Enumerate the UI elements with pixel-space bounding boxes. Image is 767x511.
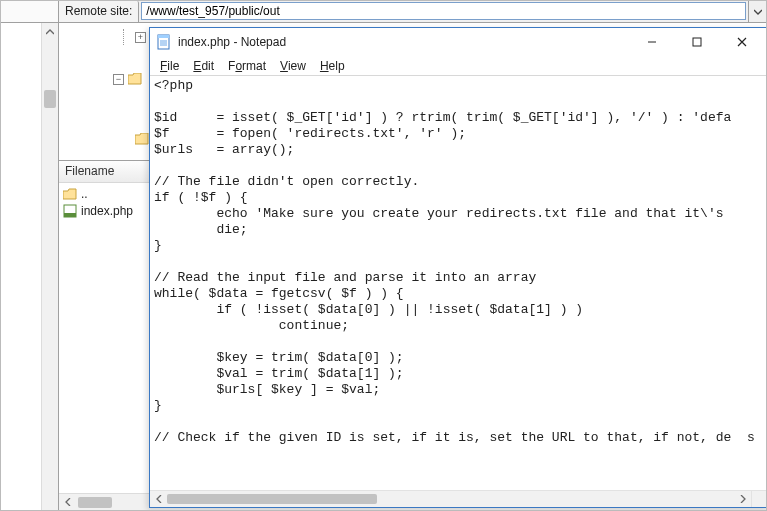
menu-view[interactable]: View: [274, 57, 312, 75]
svg-rect-3: [158, 35, 169, 38]
file-name: ..: [81, 187, 88, 201]
code-line: $urls = array();: [154, 142, 764, 158]
scroll-left-arrow-icon[interactable]: [150, 491, 167, 508]
notepad-menubar: File Edit Format View Help: [150, 56, 767, 76]
svg-rect-1: [64, 213, 76, 217]
svg-rect-8: [693, 38, 701, 46]
menu-format[interactable]: Format: [222, 57, 272, 75]
chevron-down-icon: [754, 8, 762, 16]
scroll-right-arrow-icon[interactable]: [734, 491, 751, 508]
window-maximize-button[interactable]: [674, 31, 719, 53]
remote-path-dropdown-button[interactable]: [748, 1, 766, 22]
remote-site-label: Remote site:: [59, 1, 139, 22]
code-line: echo 'Make sure you create your redirect…: [154, 206, 764, 222]
file-name: index.php: [81, 204, 133, 218]
maximize-icon: [692, 37, 702, 47]
folder-up-icon: [63, 188, 77, 200]
top-left-gutter: [1, 1, 59, 22]
remote-path-wrap: [141, 2, 746, 21]
code-line: <?php: [154, 78, 764, 94]
code-line: $id = isset( $_GET['id'] ) ? rtrim( trim…: [154, 110, 764, 126]
scrollbar-track[interactable]: [167, 491, 734, 508]
left-pane: [1, 23, 59, 510]
scroll-left-arrow-icon[interactable]: [59, 494, 76, 511]
code-line: $f = fopen( 'redirects.txt', 'r' );: [154, 126, 764, 142]
code-line: [154, 94, 764, 110]
code-line: while( $data = fgetcsv( $f ) ) {: [154, 286, 764, 302]
notepad-editor[interactable]: <?php$id = isset( $_GET['id'] ) ? rtrim(…: [150, 76, 767, 490]
tree-collapse-icon[interactable]: −: [113, 74, 124, 85]
code-line: [154, 414, 764, 430]
notepad-window: index.php - Notepad File Edit Format Vie…: [149, 27, 767, 508]
code-line: $urls[ $key ] = $val;: [154, 382, 764, 398]
close-icon: [737, 37, 747, 47]
scroll-up-arrow-icon[interactable]: [42, 23, 58, 40]
folder-icon: [128, 73, 142, 85]
notepad-title: index.php - Notepad: [178, 35, 629, 49]
code-line: $val = trim( $data[1] );: [154, 366, 764, 382]
code-line: [154, 254, 764, 270]
code-line: }: [154, 398, 764, 414]
window-close-button[interactable]: [719, 31, 764, 53]
tree-expand-icon[interactable]: +: [135, 32, 146, 43]
scrollbar-thumb[interactable]: [167, 494, 377, 504]
scrollbar-thumb[interactable]: [44, 90, 56, 108]
php-file-icon: [63, 204, 77, 218]
folder-icon: [135, 133, 149, 145]
code-line: $key = trim( $data[0] );: [154, 350, 764, 366]
remote-path-input[interactable]: [141, 2, 746, 20]
code-line: [154, 334, 764, 350]
menu-edit[interactable]: Edit: [187, 57, 220, 75]
code-line: die;: [154, 222, 764, 238]
code-line: if ( !$f ) {: [154, 190, 764, 206]
code-line: }: [154, 238, 764, 254]
code-line: // Read the input file and parse it into…: [154, 270, 764, 286]
menu-file[interactable]: File: [154, 57, 185, 75]
code-line: // Check if the given ID is set, if it i…: [154, 430, 764, 446]
code-line: [154, 158, 764, 174]
code-line: // The file didn't open correctly.: [154, 174, 764, 190]
left-pane-scrollbar[interactable]: [41, 23, 58, 510]
scrollbar-thumb[interactable]: [78, 497, 112, 508]
notepad-app-icon: [156, 34, 172, 50]
notepad-hscrollbar[interactable]: [150, 490, 751, 507]
window-minimize-button[interactable]: [629, 31, 674, 53]
menu-help[interactable]: Help: [314, 57, 351, 75]
code-line: if ( !isset( $data[0] ) || !isset( $data…: [154, 302, 764, 318]
scrollbar-corner: [751, 490, 767, 507]
column-header-filename[interactable]: Filename: [59, 161, 120, 182]
notepad-editor-area: <?php$id = isset( $_GET['id'] ) ? rtrim(…: [150, 76, 767, 507]
notepad-titlebar[interactable]: index.php - Notepad: [150, 28, 767, 56]
code-line: continue;: [154, 318, 764, 334]
minimize-icon: [647, 37, 657, 47]
remote-site-bar: Remote site:: [1, 1, 766, 23]
